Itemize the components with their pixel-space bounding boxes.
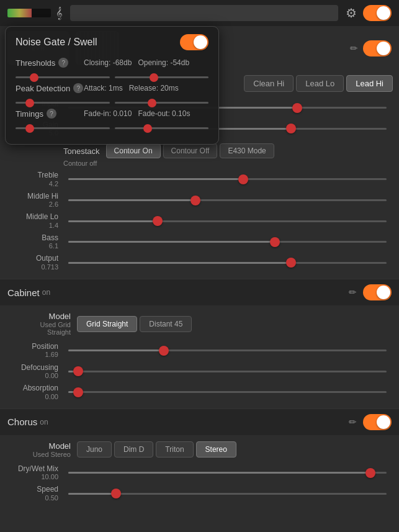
- slider-track-defocusing[interactable]: [68, 371, 387, 372]
- slider-label-defocusing: Defocusing 0.00: [7, 363, 63, 381]
- chorus-model-used: Used Stereo: [15, 451, 71, 458]
- chorus-model-row: Model Used Stereo Juno Dim D Triton Ster…: [7, 439, 392, 461]
- amp-controls-right: ✏: [350, 40, 392, 56]
- amp-toggle[interactable]: [363, 40, 392, 56]
- chorus-model-label: Model: [15, 441, 71, 451]
- amp-edit-icon[interactable]: ✏: [350, 43, 358, 54]
- slider-row-output: Output 0.713: [7, 254, 392, 271]
- thresholds-values: Closing: -68db Opening: -54db: [84, 58, 189, 67]
- overlay-title-row: Noise Gate / Swell: [16, 34, 208, 50]
- cabinet-section: Model Used Grid Straight Grid Straight D…: [0, 305, 399, 408]
- top-bar-left: 𝄞: [7, 7, 63, 20]
- tonestack-btn-contour-off[interactable]: Contour Off: [163, 143, 218, 158]
- thresholds-opening-track[interactable]: [115, 76, 209, 78]
- cabinet-edit-icon[interactable]: ✏: [349, 287, 357, 298]
- overlay-peakdetection-row: Peak Detection ? Attack: 1ms Release: 20…: [16, 83, 208, 93]
- slider-row-middlehi: Middle Hi 2.6: [7, 192, 392, 209]
- chorus-on-label: on: [40, 418, 48, 426]
- tonestack-btn-e430[interactable]: E430 Mode: [220, 143, 274, 158]
- slider-row-bass: Bass 6.1: [7, 233, 392, 251]
- slider-label-middlehi: Middle Hi 2.6: [7, 192, 63, 209]
- fadeout-track[interactable]: [115, 127, 209, 129]
- chorus-title: Chorus: [7, 417, 37, 427]
- slider-track-output[interactable]: [68, 262, 387, 264]
- chorus-toggle[interactable]: [363, 414, 392, 430]
- overlay-timings-label: Timings ?: [16, 109, 84, 119]
- overlay-peak-sliders: [16, 98, 208, 104]
- slider-row-middlelo: Middle Lo 1.4: [7, 212, 392, 230]
- cabinet-title: Cabinet: [7, 287, 40, 298]
- slider-track-middlelo[interactable]: [68, 220, 387, 222]
- tonestack-label: Tonestack: [63, 147, 100, 156]
- overlay-thresholds-sliders: [16, 73, 208, 78]
- slider-row-drywet: Dry/Wet Mix 10.00: [7, 464, 392, 482]
- attack-track[interactable]: [16, 102, 110, 104]
- preset-bar: [70, 5, 338, 21]
- cabinet-model-used: Used Grid Straight: [15, 321, 71, 336]
- slider-track-absorption[interactable]: [68, 391, 387, 393]
- thresholds-closing-track[interactable]: [16, 76, 110, 78]
- noise-gate-toggle[interactable]: [180, 34, 208, 50]
- chorus-section: Model Used Stereo Juno Dim D Triton Ster…: [0, 435, 399, 510]
- slider-label-treble: Treble 4.2: [7, 171, 63, 188]
- cabinet-header-right: ✏: [349, 284, 392, 300]
- tonestack-btn-contour-on[interactable]: Contour On: [106, 143, 161, 158]
- chorus-section-header: Chorus on ✏: [0, 408, 399, 435]
- channel-lead-lo[interactable]: Lead Lo: [296, 75, 344, 92]
- cabinet-model-label: Model: [15, 312, 71, 321]
- fadein-track[interactable]: [16, 127, 110, 129]
- slider-label-output: Output 0.713: [7, 254, 63, 271]
- slider-row-position: Position 1.69: [7, 342, 392, 359]
- cabinet-model-row: Model Used Grid Straight Grid Straight D…: [7, 309, 392, 338]
- timings-help[interactable]: ?: [47, 109, 56, 119]
- cabinet-model-buttons: Grid Straight Distant 45: [77, 316, 192, 332]
- noise-gate-overlay: Noise Gate / Swell Thresholds ? Closing:…: [5, 26, 219, 145]
- channel-lead-hi[interactable]: Lead Hi: [346, 75, 393, 92]
- chorus-model-btn-dimd[interactable]: Dim D: [114, 441, 153, 458]
- slider-label-drywet: Dry/Wet Mix 10.00: [7, 464, 63, 482]
- channel-clean-hi[interactable]: Clean Hi: [244, 75, 294, 92]
- slider-track-bass[interactable]: [68, 241, 387, 243]
- thresholds-help[interactable]: ?: [58, 58, 68, 68]
- tuner-icon[interactable]: 𝄞: [56, 7, 63, 20]
- slider-label-middlelo: Middle Lo 1.4: [7, 212, 63, 230]
- cabinet-model-btn-grid-straight[interactable]: Grid Straight: [77, 316, 137, 332]
- chorus-model-buttons: Juno Dim D Triton Stereo: [77, 441, 236, 458]
- peak-detection-help[interactable]: ?: [73, 83, 83, 93]
- chorus-model-btn-juno[interactable]: Juno: [77, 441, 112, 458]
- gear-icon[interactable]: ⚙: [346, 6, 357, 20]
- overlay-timings-row: Timings ? Fade-in: 0.010 Fade-out: 0.10s: [16, 109, 208, 119]
- overlay-timings-sliders: [16, 124, 208, 129]
- chorus-model-btn-triton[interactable]: Triton: [156, 441, 193, 458]
- cabinet-model-btn-distant45[interactable]: Distant 45: [140, 316, 192, 332]
- overlay-title: Noise Gate / Swell: [16, 37, 97, 48]
- slider-track-middlehi[interactable]: [68, 199, 387, 201]
- tonestack-buttons: Contour On Contour Off E430 Mode: [106, 143, 274, 158]
- release-track[interactable]: [115, 102, 209, 104]
- timings-values: Fade-in: 0.010 Fade-out: 0.10s: [84, 109, 190, 118]
- chorus-model-label-col: Model Used Stereo: [15, 441, 71, 458]
- chorus-header-right: ✏: [349, 414, 392, 430]
- main-power-toggle[interactable]: [363, 5, 392, 21]
- overlay-peakdetection-label: Peak Detection ?: [16, 83, 84, 93]
- level-meter: [7, 9, 51, 17]
- slider-row-treble: Treble 4.2: [7, 171, 392, 188]
- overlay-thresholds-row: Thresholds ? Closing: -68db Opening: -54…: [16, 58, 208, 68]
- chorus-model-btn-stereo[interactable]: Stereo: [196, 441, 236, 458]
- slider-track-speed[interactable]: [68, 493, 387, 495]
- slider-track-treble[interactable]: [68, 178, 387, 180]
- slider-row-defocusing: Defocusing 0.00: [7, 363, 392, 381]
- top-bar-center: [70, 5, 338, 21]
- cabinet-toggle[interactable]: [363, 284, 392, 300]
- slider-label-position: Position 1.69: [7, 342, 63, 359]
- slider-track-position[interactable]: [68, 349, 387, 351]
- slider-label-bass: Bass 6.1: [7, 233, 63, 251]
- level-meter-fill: [7, 9, 32, 17]
- slider-track-drywet[interactable]: [68, 472, 387, 474]
- slider-label-speed: Speed 0.50: [7, 485, 63, 502]
- slider-row-speed: Speed 0.50: [7, 485, 392, 502]
- top-bar-right: ⚙: [346, 5, 392, 21]
- cabinet-model-label-col: Model Used Grid Straight: [15, 312, 71, 336]
- overlay-thresholds-label: Thresholds ?: [16, 58, 84, 68]
- chorus-edit-icon[interactable]: ✏: [349, 417, 357, 428]
